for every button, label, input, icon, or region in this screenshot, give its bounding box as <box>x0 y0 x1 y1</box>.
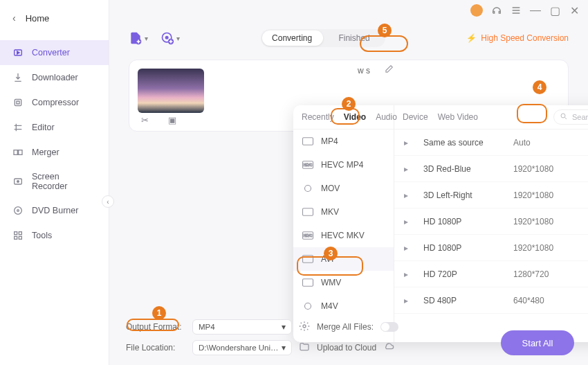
svg-rect-2 <box>14 150 17 155</box>
file-location-label: File Location: <box>126 343 185 353</box>
grid-icon <box>12 230 24 241</box>
add-dvd-button[interactable]: ▾ <box>160 31 180 45</box>
minimize-button[interactable]: — <box>530 5 541 16</box>
format-m4v[interactable]: M4V <box>293 294 394 318</box>
file-location-select[interactable]: D:\Wondershare UniConverter 1▾ <box>192 340 292 355</box>
start-all-button[interactable]: Start All <box>501 330 574 355</box>
svg-text:HEVC: HEVC <box>304 234 313 238</box>
format-mkv[interactable]: MKV <box>293 200 394 224</box>
trim-icon[interactable]: ✂ <box>138 115 151 125</box>
home-nav[interactable]: ‹ Home <box>0 6 109 30</box>
tab-recently[interactable]: Recently <box>302 112 334 122</box>
headset-icon[interactable] <box>491 5 502 16</box>
file-icon <box>302 301 314 311</box>
tab-video[interactable]: Video <box>344 112 366 122</box>
preset-row[interactable]: ▸HD 720P1280*720 <box>394 261 588 287</box>
video-thumbnail[interactable] <box>138 69 204 113</box>
format-hevc-mkv[interactable]: HEVCHEVC MKV <box>293 224 394 247</box>
sidebar-item-merger[interactable]: Merger <box>0 140 109 165</box>
output-format-select[interactable]: MP4▾ <box>192 319 292 335</box>
sidebar-label: Converter <box>32 48 70 57</box>
search-icon <box>560 112 568 122</box>
sidebar-label: DVD Burner <box>32 206 78 215</box>
preset-row[interactable]: ▸HD 1080P1920*1080 <box>394 208 588 235</box>
cloud-icon[interactable] <box>383 341 394 355</box>
download-icon <box>12 72 24 83</box>
svg-rect-10 <box>15 236 17 239</box>
tab-web-video[interactable]: Web Video <box>438 112 478 122</box>
folder-icon[interactable] <box>299 341 310 355</box>
file-icon: HEVC <box>302 231 314 240</box>
play-icon: ▸ <box>404 217 415 226</box>
sidebar-item-recorder[interactable]: Screen Recorder <box>0 165 109 198</box>
sidebar-item-editor[interactable]: Editor <box>0 115 109 140</box>
svg-point-26 <box>561 114 565 118</box>
merge-toggle[interactable] <box>380 322 398 332</box>
file-icon <box>302 207 314 217</box>
file-icon <box>302 184 314 193</box>
maximize-button[interactable]: ▢ <box>549 5 560 16</box>
compress-icon <box>12 97 24 108</box>
svg-rect-23 <box>303 256 313 263</box>
sidebar-label: Compressor <box>32 98 79 107</box>
play-icon: ▸ <box>404 138 415 148</box>
editor-icon <box>12 122 24 133</box>
svg-rect-24 <box>303 279 313 287</box>
chevron-down-icon: ▾ <box>282 343 286 353</box>
chevron-down-icon: ▾ <box>176 35 180 42</box>
preset-row[interactable]: ▸3D Left-Right1920*1080 <box>394 182 588 208</box>
svg-point-5 <box>17 181 19 183</box>
segment-control[interactable]: Converting Finished <box>261 29 385 47</box>
search-input[interactable]: Search <box>553 109 588 125</box>
format-wmv[interactable]: WMV <box>293 271 394 294</box>
format-mov[interactable]: MOV <box>293 177 394 200</box>
play-icon: ▸ <box>404 269 415 279</box>
sidebar-item-compressor[interactable]: Compressor <box>0 90 109 115</box>
format-mp4[interactable]: MP4 <box>293 130 394 153</box>
home-label: Home <box>26 13 50 24</box>
play-icon: ▸ <box>404 296 415 305</box>
tab-device[interactable]: Device <box>403 112 428 122</box>
sidebar-item-tools[interactable]: Tools <box>0 223 109 248</box>
file-icon <box>302 278 314 287</box>
sidebar-item-downloader[interactable]: Downloader <box>0 65 109 90</box>
add-file-button[interactable]: ▾ <box>129 31 148 45</box>
sidebar-label: Editor <box>32 123 55 132</box>
sidebar-label: Merger <box>32 148 59 157</box>
svg-rect-20 <box>303 208 313 216</box>
crop-icon[interactable]: ▣ <box>165 115 179 125</box>
svg-rect-11 <box>19 236 21 239</box>
file-icon <box>302 136 314 146</box>
svg-point-6 <box>15 207 22 215</box>
edit-title-icon[interactable] <box>384 64 394 77</box>
format-dropdown: Recently Video Audio MP4 HEVCHEVC MP4 MO… <box>293 105 588 342</box>
preset-row[interactable]: ▸3D Red-Blue1920*1080 <box>394 156 588 182</box>
sidebar-item-dvd[interactable]: DVD Burner <box>0 198 109 223</box>
preset-row[interactable]: ▸Same as sourceAuto <box>394 130 588 156</box>
svg-rect-3 <box>19 150 22 155</box>
converter-icon <box>12 47 24 58</box>
svg-point-14 <box>166 37 168 39</box>
preset-row[interactable]: ▸HD 1080P1920*1080 <box>394 235 588 261</box>
recorder-icon <box>12 176 24 187</box>
segment-finished[interactable]: Finished <box>323 29 385 47</box>
segment-converting[interactable]: Converting <box>261 29 323 47</box>
merge-label: Merge All Files: <box>317 322 374 332</box>
sidebar-label: Downloader <box>32 73 78 82</box>
chevron-down-icon: ▾ <box>282 322 286 332</box>
format-avi[interactable]: AVI <box>293 247 394 271</box>
play-icon: ▸ <box>404 164 415 174</box>
svg-rect-1 <box>15 99 21 105</box>
menu-icon[interactable] <box>511 5 522 16</box>
format-hevc-mp4[interactable]: HEVCHEVC MP4 <box>293 153 394 177</box>
high-speed-toggle[interactable]: ⚡High Speed Conversion <box>466 33 569 43</box>
sidebar-label: Tools <box>32 231 52 240</box>
settings-icon[interactable] <box>299 321 310 334</box>
preset-row[interactable]: ▸SD 480P640*480 <box>394 287 588 314</box>
sidebar-item-converter[interactable]: Converter <box>0 40 109 65</box>
close-button[interactable]: ✕ <box>569 5 580 16</box>
svg-point-19 <box>305 186 311 192</box>
avatar[interactable] <box>470 4 483 17</box>
merger-icon <box>12 147 24 158</box>
sidebar-label: Screen Recorder <box>32 172 96 191</box>
